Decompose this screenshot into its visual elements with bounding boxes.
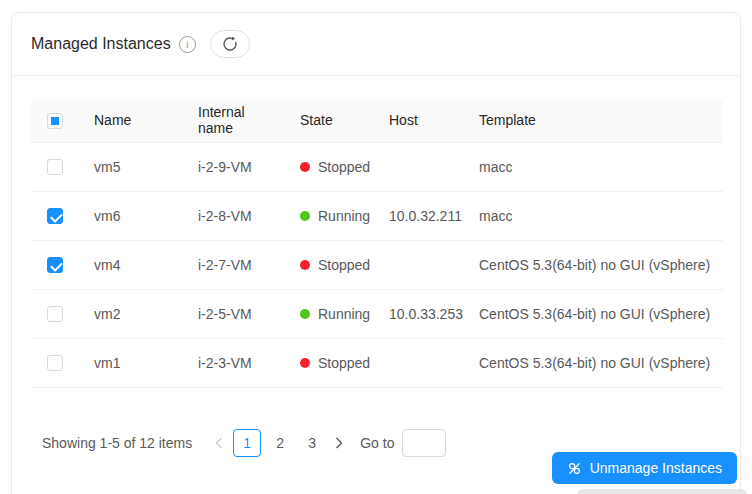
- reload-icon: [222, 36, 238, 52]
- cell-host: [373, 338, 463, 387]
- cell-state: Stopped: [284, 338, 373, 387]
- state-dot-icon: [300, 358, 310, 368]
- cell-state: Stopped: [284, 142, 373, 191]
- cell-host: [373, 240, 463, 289]
- table-row: vm1 i-2-3-VM Stopped CentOS 5.3(64-bit) …: [31, 338, 723, 387]
- page-title: Managed Instances: [31, 35, 171, 53]
- cell-name: vm4: [78, 240, 182, 289]
- page-number-3[interactable]: 3: [299, 429, 325, 457]
- prev-page-button[interactable]: [208, 429, 230, 457]
- table-header-row: Name Internal name State Host Template: [31, 99, 723, 142]
- cell-template: CentOS 5.3(64-bit) no GUI (vSphere): [463, 240, 723, 289]
- column-header-internal-name: Internal name: [182, 99, 284, 142]
- row-checkbox[interactable]: [47, 306, 63, 322]
- goto-page-input[interactable]: [402, 429, 446, 457]
- cell-internal-name: i-2-3-VM: [182, 338, 284, 387]
- row-checkbox[interactable]: [47, 355, 63, 371]
- cell-internal-name: i-2-9-VM: [182, 142, 284, 191]
- cell-template: CentOS 5.3(64-bit) no GUI (vSphere): [463, 338, 723, 387]
- pagination-summary: Showing 1-5 of 12 items: [42, 435, 192, 451]
- unmanage-instances-button[interactable]: Unmanage Instances: [552, 452, 737, 484]
- disconnect-icon: [567, 461, 582, 476]
- cell-state: Stopped: [284, 240, 373, 289]
- state-dot-icon: [300, 260, 310, 270]
- page-number-2[interactable]: 2: [267, 429, 293, 457]
- state-dot-icon: [300, 162, 310, 172]
- row-checkbox[interactable]: [47, 257, 63, 273]
- cell-name: vm2: [78, 289, 182, 338]
- row-checkbox[interactable]: [47, 159, 63, 175]
- cell-host: 10.0.33.253: [373, 289, 463, 338]
- cell-host: [373, 142, 463, 191]
- instances-table: Name Internal name State Host Template v…: [31, 99, 723, 388]
- unmanage-instances-label: Unmanage Instances: [590, 460, 722, 476]
- column-header-state: State: [284, 99, 373, 142]
- select-all-checkbox[interactable]: [47, 113, 63, 129]
- cell-state: Running: [284, 289, 373, 338]
- managed-instances-card: Managed Instances i Name Internal name S: [11, 12, 741, 494]
- cell-host: 10.0.32.211: [373, 191, 463, 240]
- row-checkbox[interactable]: [47, 208, 63, 224]
- column-header-name: Name: [78, 99, 182, 142]
- pagination: Showing 1-5 of 12 items 1 2 3 Go to: [42, 429, 446, 457]
- cell-name: vm5: [78, 142, 182, 191]
- goto-page-label: Go to: [360, 435, 394, 451]
- cell-state: Running: [284, 191, 373, 240]
- managed-instances-page: Managed Instances i Name Internal name S: [0, 0, 752, 494]
- chevron-right-icon: [335, 437, 343, 449]
- state-dot-icon: [300, 309, 310, 319]
- table-row: vm2 i-2-5-VM Running 10.0.33.253 CentOS …: [31, 289, 723, 338]
- cell-name: vm1: [78, 338, 182, 387]
- next-page-button[interactable]: [328, 429, 350, 457]
- card-header: Managed Instances i: [12, 13, 740, 76]
- offscreen-element-edge: [577, 489, 747, 494]
- cell-name: vm6: [78, 191, 182, 240]
- cell-template: CentOS 5.3(64-bit) no GUI (vSphere): [463, 289, 723, 338]
- table-row: vm4 i-2-7-VM Stopped CentOS 5.3(64-bit) …: [31, 240, 723, 289]
- table-row: vm6 i-2-8-VM Running 10.0.32.211 macc: [31, 191, 723, 240]
- refresh-button[interactable]: [210, 30, 250, 58]
- info-circle-icon[interactable]: i: [179, 36, 196, 53]
- page-number-1[interactable]: 1: [233, 429, 261, 457]
- column-header-template: Template: [463, 99, 723, 142]
- cell-template: macc: [463, 142, 723, 191]
- table-row: vm5 i-2-9-VM Stopped macc: [31, 142, 723, 191]
- state-dot-icon: [300, 211, 310, 221]
- cell-internal-name: i-2-5-VM: [182, 289, 284, 338]
- cell-internal-name: i-2-8-VM: [182, 191, 284, 240]
- column-header-host: Host: [373, 99, 463, 142]
- cell-internal-name: i-2-7-VM: [182, 240, 284, 289]
- cell-template: macc: [463, 191, 723, 240]
- chevron-left-icon: [215, 437, 223, 449]
